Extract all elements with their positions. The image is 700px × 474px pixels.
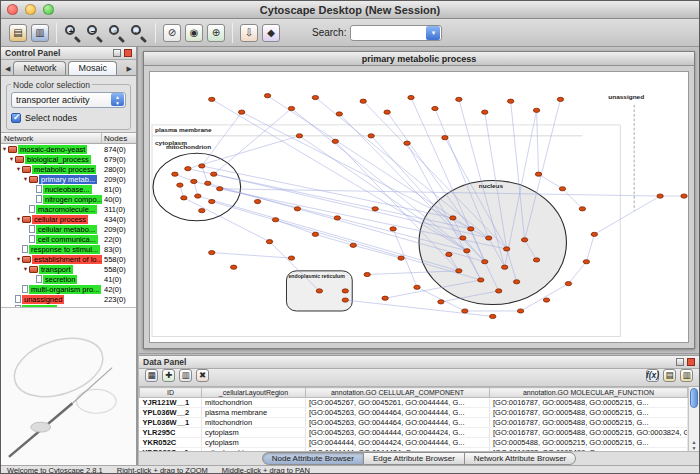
graph-node[interactable] (205, 181, 211, 185)
tree-expand-handle-icon[interactable]: ▼ (22, 264, 29, 274)
column-header[interactable]: _cellularLayoutRegion (202, 388, 306, 398)
graph-node[interactable] (517, 309, 523, 313)
graph-node[interactable] (288, 106, 294, 110)
graph-node[interactable] (442, 136, 448, 140)
create-new-attribute-icon[interactable]: ✚ (161, 368, 176, 383)
import-network-icon[interactable]: ⇩ (239, 23, 259, 43)
graph-node[interactable] (543, 298, 549, 302)
graph-node[interactable] (384, 110, 390, 114)
tree-row[interactable]: multi-organism pro...42(0) (1, 284, 136, 294)
graph-node[interactable] (501, 265, 507, 269)
graph-node[interactable] (462, 309, 468, 313)
tree-row[interactable]: unassigned223(0) (1, 294, 136, 304)
zoom-window-button[interactable] (43, 4, 54, 15)
table-cell[interactable]: [GO:0044444, GO:0044424, GO:0044444, G..… (306, 438, 490, 448)
tree-row[interactable]: ▼metabolic process280(0) (1, 164, 136, 174)
table-row[interactable]: YPL036W__1mitochondrion[GO:0045263, GO:0… (140, 418, 688, 428)
graph-node[interactable] (390, 227, 396, 231)
table-cell[interactable]: [GO:0016787, GO:0005488, GO:0005215, G..… (490, 398, 688, 408)
graph-node[interactable] (264, 94, 270, 98)
vizmapper-icon[interactable]: ◆ (261, 23, 281, 43)
export-attributes-icon[interactable]: ▥ (679, 368, 694, 383)
graph-node[interactable] (316, 289, 322, 293)
table-cell[interactable]: YJR121W__1 (140, 398, 202, 408)
graph-node[interactable] (217, 187, 223, 191)
graph-node[interactable] (404, 141, 410, 145)
search-options-arrow-icon[interactable]: ▾ (426, 26, 440, 40)
tab-edge-attribute-browser[interactable]: Edge Attribute Browser (364, 452, 465, 465)
graph-node[interactable] (432, 106, 438, 110)
graph-node[interactable] (254, 199, 260, 203)
graph-node[interactable] (364, 272, 370, 276)
table-cell[interactable]: YKR052C (140, 438, 202, 448)
scrollbar-thumb[interactable] (690, 388, 698, 408)
graph-node[interactable] (583, 260, 589, 264)
float-panel-icon[interactable] (113, 49, 121, 57)
graph-node[interactable] (408, 95, 414, 99)
new-network-from-selection-icon[interactable]: ⊕ (206, 23, 226, 43)
tree-row[interactable]: ▼mosaic-demo-yeast874(0) (1, 144, 136, 154)
table-cell[interactable]: [GO:0045263, GO:0044444, GO:0044424, G..… (306, 428, 490, 438)
graph-node[interactable] (172, 172, 178, 176)
tab-scroll-left-icon[interactable]: ◀ (3, 65, 12, 75)
graph-node[interactable] (199, 164, 205, 168)
graph-node[interactable] (490, 314, 496, 318)
equation-builder-icon[interactable]: f(x) (645, 368, 660, 383)
graph-node[interactable] (185, 167, 191, 171)
graph-node[interactable] (209, 251, 215, 255)
table-cell[interactable]: cytoplasm (202, 428, 306, 438)
tree-row[interactable]: cellular metabo...209(0) (1, 224, 136, 234)
graph-node[interactable] (507, 99, 513, 103)
graph-node[interactable] (312, 232, 318, 236)
tree-expand-handle-icon[interactable]: ▼ (15, 254, 22, 264)
tab-mosaic[interactable]: Mosaic (68, 61, 117, 75)
graph-node[interactable] (438, 300, 444, 304)
tree-row[interactable]: nitrogen compo...40(0) (1, 194, 136, 204)
scrollbar-arrows-icon[interactable]: ▲▼ (689, 439, 699, 451)
table-cell[interactable]: YPL036W__2 (140, 408, 202, 418)
window-titlebar[interactable]: Cytoscape Desktop (New Session) (1, 1, 699, 19)
graph-node[interactable] (195, 194, 201, 198)
graph-node[interactable] (535, 172, 541, 176)
graph-node[interactable] (565, 282, 571, 286)
table-row[interactable]: YKR052Ccytoplasm[GO:0044444, GO:0044424,… (140, 438, 688, 448)
close-panel-icon[interactable] (124, 49, 132, 57)
table-cell[interactable]: [GO:0045263, GO:0044464, GO:0044444, G..… (306, 408, 490, 418)
graph-node[interactable] (482, 110, 488, 114)
graph-node[interactable] (657, 194, 663, 198)
graph-node[interactable] (398, 256, 404, 260)
tree-expand-handle-icon[interactable]: ▼ (1, 144, 8, 154)
tree-expand-handle-icon[interactable]: ▼ (15, 214, 22, 224)
tree-row[interactable]: secretion41(0) (1, 274, 136, 284)
tree-header-nodes[interactable]: Nodes (102, 133, 136, 143)
graph-node[interactable] (296, 134, 302, 138)
minimize-window-button[interactable] (25, 4, 36, 15)
birds-eye-view[interactable] (1, 307, 136, 465)
table-row[interactable]: YJR121W__1mitochondrion[GO:0045267, GO:0… (140, 398, 688, 408)
graph-node[interactable] (350, 243, 356, 247)
graph-node[interactable] (294, 207, 300, 211)
graph-node[interactable] (181, 196, 187, 200)
table-row[interactable]: YLR295Ccytoplasm[GO:0045263, GO:0044444,… (140, 428, 688, 438)
tab-scroll-right-icon[interactable]: ▶ (125, 65, 134, 75)
open-session-icon[interactable]: ▤ (8, 23, 28, 43)
close-window-button[interactable] (7, 4, 18, 15)
tree-row[interactable]: ▼biological_process679(0) (1, 154, 136, 164)
graph-node[interactable] (238, 110, 244, 114)
table-cell[interactable]: [GO:0045267, GO:0045261, GO:0044444, G..… (306, 398, 490, 408)
graph-node[interactable] (482, 260, 488, 264)
graph-node[interactable] (199, 209, 205, 213)
tree-row[interactable]: macromolecule...311(0) (1, 204, 136, 214)
tree-row[interactable]: response to stimul...83(0) (1, 244, 136, 254)
graph-node[interactable] (486, 236, 492, 240)
table-cell[interactable]: YLR295C (140, 428, 202, 438)
tree-row[interactable]: cell communica...22(0) (1, 234, 136, 244)
graph-node[interactable] (177, 183, 183, 187)
tab-node-attribute-browser[interactable]: Node Attribute Browser (262, 452, 364, 465)
graph-node[interactable] (533, 108, 539, 112)
table-cell[interactable]: mitochondrion (202, 418, 306, 428)
column-header[interactable]: annotation.GO MOLECULAR_FUNCTION (490, 388, 688, 398)
graph-node[interactable] (591, 232, 597, 236)
graph-node[interactable] (468, 227, 474, 231)
graph-node[interactable] (496, 289, 502, 293)
